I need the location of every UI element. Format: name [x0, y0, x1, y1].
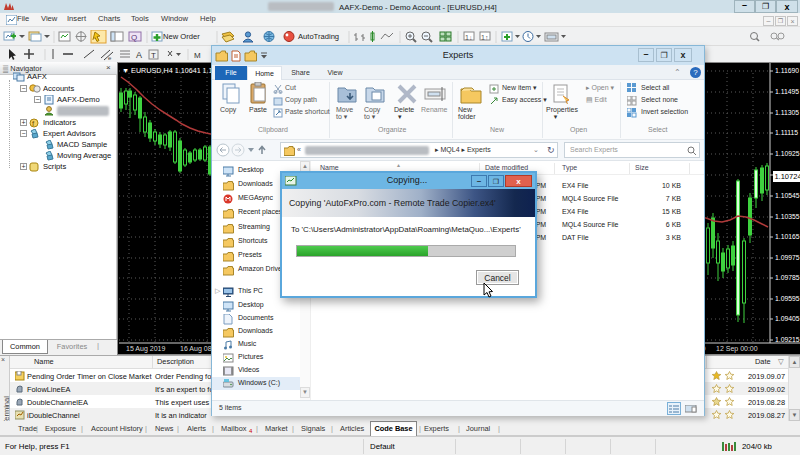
svg-text:1↑: 1↑ [481, 34, 488, 41]
svg-text:e: e [108, 55, 112, 61]
svg-text:1↓: 1↓ [465, 34, 472, 41]
svg-text:Q: Q [131, 33, 137, 42]
svg-text:T: T [151, 51, 156, 60]
svg-text:A: A [136, 50, 142, 60]
svg-text:M: M [194, 51, 201, 60]
